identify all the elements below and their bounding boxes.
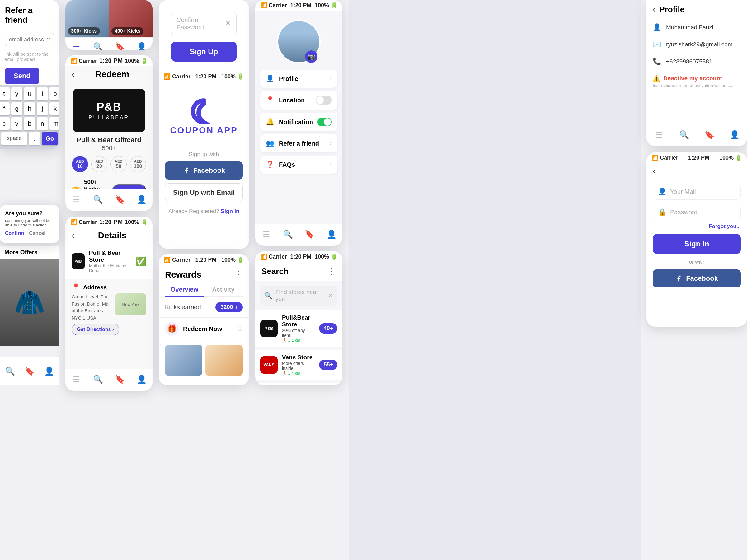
- signup-button[interactable]: Sign Up: [171, 42, 236, 61]
- tab-activity[interactable]: Activity: [204, 283, 243, 296]
- nav-bookmark-details[interactable]: 🔖: [114, 373, 126, 385]
- details-back-btn[interactable]: ‹: [72, 231, 74, 240]
- card-points: 500+: [66, 145, 153, 152]
- key-period[interactable]: .: [29, 132, 40, 145]
- camera-button[interactable]: 📷: [305, 50, 317, 63]
- key-space[interactable]: space: [1, 132, 27, 145]
- confirm-button[interactable]: Confirm: [5, 231, 24, 236]
- key-f[interactable]: f: [0, 102, 10, 115]
- nav-search-profile-mid[interactable]: 🔍: [282, 229, 294, 240]
- mail-input-wrap[interactable]: 👤 Your Mail: [653, 184, 741, 200]
- nav-search-details[interactable]: 🔍: [92, 373, 104, 385]
- eye-icon[interactable]: 👁: [225, 20, 231, 28]
- signin-back-row: ‹: [646, 163, 747, 179]
- grid-icon[interactable]: ⊞: [237, 325, 243, 333]
- nav-search-icon-sneaker[interactable]: 🔍: [92, 41, 104, 50]
- sneaker-badge-1: 300+ Kicks: [68, 27, 100, 35]
- already-registered-text: Already Registered? Sign In: [159, 208, 249, 215]
- nav-menu-details[interactable]: ☰: [70, 373, 82, 385]
- coupon-logo-area: COUPON APP: [159, 82, 249, 145]
- signin-button[interactable]: Sign In: [653, 234, 741, 254]
- tab-overview[interactable]: Overview: [165, 283, 204, 297]
- confirm-password-input-wrap[interactable]: Confirm Password 👁: [171, 12, 236, 35]
- nav-bookmark-profile-mid[interactable]: 🔖: [304, 229, 316, 240]
- nav-bookmark-profile-right[interactable]: 🔖: [703, 129, 715, 141]
- directions-button[interactable]: Get Directions ›: [72, 324, 119, 335]
- chip-20[interactable]: AED 20: [91, 156, 107, 172]
- menu-label-profile: Profile: [279, 75, 325, 82]
- search-bar[interactable]: 🔍 Find stores near you ✕: [260, 286, 337, 305]
- redeem-bottom-nav: ☰ 🔍 🔖 👤: [66, 189, 153, 211]
- nav-profile-details[interactable]: 👤: [136, 373, 148, 385]
- nav-search-left[interactable]: 🔍: [4, 366, 16, 377]
- key-h[interactable]: h: [24, 102, 35, 115]
- send-button[interactable]: Send: [5, 68, 39, 84]
- profile-mid-carrier: 📶 Carrier: [260, 2, 287, 9]
- profile-right-bottom-nav: ☰ 🔍 🔖 👤: [646, 124, 747, 146]
- email-input-wrap[interactable]: [5, 33, 54, 46]
- profile-right-back[interactable]: ‹: [653, 4, 655, 14]
- search-more-icon[interactable]: ⋮: [328, 266, 336, 276]
- redeem-back-btn[interactable]: ‹: [72, 70, 74, 79]
- location-toggle[interactable]: [316, 96, 332, 105]
- menu-item-refer[interactable]: 👥 Refer a friend ›: [260, 134, 337, 153]
- chip-50[interactable]: AED 50: [110, 156, 127, 172]
- nav-menu-icon-sneaker[interactable]: ☰: [70, 41, 82, 50]
- key-k[interactable]: k: [50, 102, 59, 115]
- key-j[interactable]: j: [37, 102, 48, 115]
- chip-10[interactable]: AED 10: [72, 156, 88, 172]
- key-o[interactable]: o: [50, 87, 59, 101]
- key-m[interactable]: m: [50, 117, 59, 130]
- profile-phone-row: 📞 +6289986075581: [646, 53, 747, 70]
- nav-menu-profile-mid[interactable]: ☰: [260, 229, 272, 240]
- key-u[interactable]: u: [24, 87, 35, 101]
- facebook-signin-button[interactable]: Facebook: [653, 269, 741, 288]
- cancel-button[interactable]: Cancel: [29, 231, 45, 236]
- key-i[interactable]: i: [37, 87, 48, 101]
- nav-menu-profile-right[interactable]: ☰: [653, 129, 665, 141]
- profile-email-text: ryuzishark29@gmail.com: [666, 41, 733, 48]
- menu-item-faqs[interactable]: ❓ FAQs ›: [260, 156, 337, 174]
- key-b[interactable]: b: [24, 117, 35, 130]
- deactivate-label[interactable]: ⚠️ Deactive my account: [653, 75, 741, 82]
- details-battery: 100% 🔋: [125, 219, 148, 225]
- chip-100[interactable]: AED 100: [130, 156, 146, 172]
- email-input[interactable]: [9, 36, 50, 43]
- notification-toggle[interactable]: [317, 117, 332, 126]
- nav-profile-left[interactable]: 👤: [43, 366, 55, 377]
- signin-back-btn[interactable]: ‹: [653, 166, 655, 176]
- key-v[interactable]: v: [11, 117, 22, 130]
- store-item-zara[interactable]: ZARA Zara Store: [255, 383, 342, 385]
- nav-profile-redeem[interactable]: 👤: [136, 193, 148, 205]
- nav-search-redeem[interactable]: 🔍: [92, 193, 104, 205]
- nav-bookmark-left[interactable]: 🔖: [24, 366, 35, 377]
- menu-item-profile[interactable]: 👤 Profile ›: [260, 70, 337, 88]
- search-clear-icon[interactable]: ✕: [328, 292, 333, 299]
- menu-item-notification[interactable]: 🔔 Notification: [260, 113, 337, 131]
- nav-profile-icon-sneaker[interactable]: 👤: [136, 41, 148, 50]
- nav-profile-profile-mid[interactable]: 👤: [326, 229, 337, 240]
- store-item-vans[interactable]: VANS Vans Store More offers inside! 🏃 1.…: [255, 350, 342, 380]
- key-t[interactable]: t: [0, 87, 10, 101]
- key-n[interactable]: n: [37, 117, 48, 130]
- password-input-wrap[interactable]: 🔒 Password: [653, 204, 741, 220]
- more-options-icon[interactable]: ⋮: [234, 269, 243, 280]
- sneaker-card-2[interactable]: 400+ Kicks: [109, 0, 153, 37]
- nav-menu-redeem[interactable]: ☰: [70, 193, 82, 205]
- nav-bookmark-icon-sneaker[interactable]: 🔖: [114, 41, 126, 50]
- menu-item-location[interactable]: 📍 Location: [260, 91, 337, 109]
- store-item-pb[interactable]: P&B Pull&Bear Store 20% off any item! 🏃 …: [255, 310, 342, 347]
- key-g[interactable]: g: [11, 102, 22, 115]
- nav-search-profile-right[interactable]: 🔍: [678, 129, 690, 141]
- key-y[interactable]: y: [11, 87, 22, 101]
- email-signup-button[interactable]: Sign Up with Email: [165, 183, 243, 202]
- facebook-signup-button[interactable]: Facebook: [165, 161, 243, 180]
- sneaker-card-1[interactable]: 300+ Kicks: [66, 0, 109, 37]
- key-c[interactable]: c: [0, 117, 10, 130]
- nav-profile-profile-right[interactable]: 👤: [729, 129, 741, 141]
- sign-in-link[interactable]: Sign In: [221, 208, 239, 214]
- nav-bookmark-redeem[interactable]: 🔖: [114, 193, 126, 205]
- key-go[interactable]: Go: [42, 132, 58, 145]
- profile-right-title: Profile: [659, 5, 685, 14]
- forgot-link[interactable]: Forgot you...: [653, 223, 741, 230]
